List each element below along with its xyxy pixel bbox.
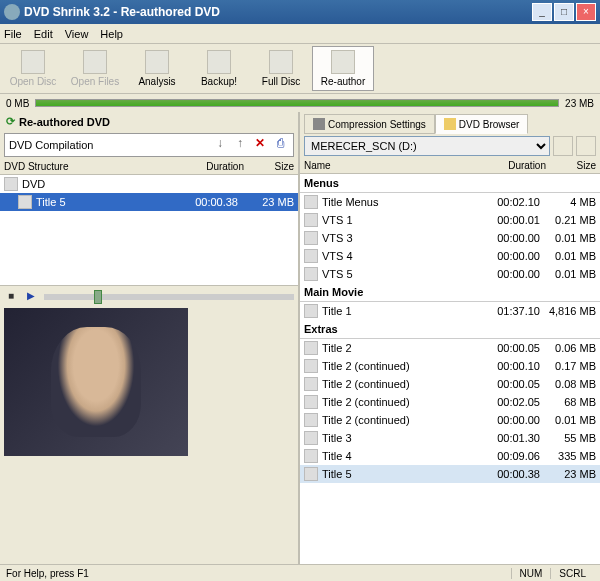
tab-dvd-browser[interactable]: DVD Browser bbox=[435, 114, 529, 134]
section-header: Main Movie bbox=[300, 283, 600, 302]
col-name[interactable]: Name bbox=[304, 160, 486, 171]
drive-bar: MERECER_SCN (D:) bbox=[304, 136, 596, 156]
disc-icon bbox=[21, 50, 45, 74]
title-icon bbox=[304, 359, 318, 373]
title-icon bbox=[18, 195, 32, 209]
gear-icon bbox=[313, 118, 325, 130]
list-item[interactable]: VTS 300:00.000.01 MB bbox=[300, 229, 600, 247]
title-icon bbox=[304, 341, 318, 355]
analysis-button[interactable]: Analysis bbox=[126, 46, 188, 91]
left-title: Re-authored DVD bbox=[19, 116, 110, 128]
files-icon bbox=[83, 50, 107, 74]
title-icon bbox=[304, 267, 318, 281]
title-icon bbox=[304, 377, 318, 391]
opendisc-button[interactable]: Open Disc bbox=[2, 46, 64, 91]
status-scrl: SCRL bbox=[550, 568, 594, 579]
title-icon bbox=[304, 395, 318, 409]
trim-button[interactable]: ⎙ bbox=[271, 136, 289, 154]
size-bar: 0 MB 23 MB bbox=[0, 94, 600, 112]
status-num: NUM bbox=[511, 568, 551, 579]
delete-button[interactable]: ✕ bbox=[251, 136, 269, 154]
title-icon bbox=[304, 413, 318, 427]
backup-button[interactable]: Backup! bbox=[188, 46, 250, 91]
backup-icon bbox=[207, 50, 231, 74]
col-size-r[interactable]: Size bbox=[546, 160, 596, 171]
preview-slider[interactable] bbox=[44, 294, 294, 300]
size-right: 23 MB bbox=[565, 98, 594, 109]
fulldisc-icon bbox=[269, 50, 293, 74]
maximize-button[interactable]: □ bbox=[554, 3, 574, 21]
minimize-button[interactable]: _ bbox=[532, 3, 552, 21]
title-icon bbox=[304, 195, 318, 209]
close-button[interactable]: × bbox=[576, 3, 596, 21]
reload-icon: ⟳ bbox=[6, 115, 15, 128]
col-duration[interactable]: Duration bbox=[184, 161, 244, 172]
view-options-button[interactable] bbox=[576, 136, 596, 156]
title-icon bbox=[304, 249, 318, 263]
tab-compression[interactable]: Compression Settings bbox=[304, 114, 435, 134]
menu-file[interactable]: File bbox=[4, 28, 22, 40]
list-item[interactable]: Title 300:01.3055 MB bbox=[300, 429, 600, 447]
list-item[interactable]: Title 500:00.3823 MB bbox=[300, 465, 600, 483]
title-icon bbox=[304, 449, 318, 463]
toolbar: Open Disc Open Files Analysis Backup! Fu… bbox=[0, 44, 600, 94]
col-size[interactable]: Size bbox=[244, 161, 294, 172]
right-tabs: Compression Settings DVD Browser bbox=[300, 112, 600, 134]
right-list: MenusTitle Menus00:02.104 MBVTS 100:00.0… bbox=[300, 174, 600, 564]
col-duration-r[interactable]: Duration bbox=[486, 160, 546, 171]
list-item[interactable]: VTS 500:00.000.01 MB bbox=[300, 265, 600, 283]
window-title: DVD Shrink 3.2 - Re-authored DVD bbox=[24, 5, 530, 19]
left-panel-header: ⟳ Re-authored DVD bbox=[0, 112, 298, 131]
menu-edit[interactable]: Edit bbox=[34, 28, 53, 40]
list-item[interactable]: Title Menus00:02.104 MB bbox=[300, 193, 600, 211]
title-icon bbox=[304, 231, 318, 245]
list-item[interactable]: VTS 100:00.010.21 MB bbox=[300, 211, 600, 229]
openfiles-button[interactable]: Open Files bbox=[64, 46, 126, 91]
stop-button[interactable]: ■ bbox=[4, 290, 18, 304]
slider-thumb[interactable] bbox=[94, 290, 102, 304]
menu-view[interactable]: View bbox=[65, 28, 89, 40]
title-icon bbox=[304, 467, 318, 481]
dvd-root-row[interactable]: DVD bbox=[0, 175, 298, 193]
folder-icon bbox=[444, 118, 456, 130]
disc-icon bbox=[4, 177, 18, 191]
title-icon bbox=[304, 304, 318, 318]
size-progress bbox=[35, 99, 559, 107]
menu-help[interactable]: Help bbox=[100, 28, 123, 40]
left-list: DVD Title 5 00:00.38 23 MB bbox=[0, 175, 298, 285]
titlebar: DVD Shrink 3.2 - Re-authored DVD _ □ × bbox=[0, 0, 600, 24]
down-button[interactable]: ↓ bbox=[211, 136, 229, 154]
play-button[interactable]: ▶ bbox=[24, 290, 38, 304]
col-structure[interactable]: DVD Structure bbox=[4, 161, 184, 172]
section-header: Menus bbox=[300, 174, 600, 193]
list-item[interactable]: VTS 400:00.000.01 MB bbox=[300, 247, 600, 265]
status-bar: For Help, press F1 NUM SCRL bbox=[0, 564, 600, 581]
list-item[interactable]: Title 200:00.050.06 MB bbox=[300, 339, 600, 357]
compilation-bar: ↓ ↑ ✕ ⎙ bbox=[4, 133, 294, 157]
app-icon bbox=[4, 4, 20, 20]
compilation-input[interactable] bbox=[9, 139, 209, 151]
list-item[interactable]: Title 2 (continued)00:02.0568 MB bbox=[300, 393, 600, 411]
preview-panel: ■ ▶ bbox=[0, 285, 298, 564]
up-button[interactable]: ↑ bbox=[231, 136, 249, 154]
section-header: Extras bbox=[300, 320, 600, 339]
reauthor-icon bbox=[331, 50, 355, 74]
status-help: For Help, press F1 bbox=[6, 568, 89, 579]
list-item[interactable]: Title 400:09.06335 MB bbox=[300, 447, 600, 465]
list-item[interactable]: Title 2 (continued)00:00.050.08 MB bbox=[300, 375, 600, 393]
list-item[interactable]: Title 101:37.104,816 MB bbox=[300, 302, 600, 320]
menubar: File Edit View Help bbox=[0, 24, 600, 44]
reauthor-button[interactable]: Re-author bbox=[312, 46, 374, 91]
preview-frame-face bbox=[51, 327, 141, 437]
title5-row[interactable]: Title 5 00:00.38 23 MB bbox=[0, 193, 298, 211]
preview-image bbox=[4, 308, 188, 456]
fulldisc-button[interactable]: Full Disc bbox=[250, 46, 312, 91]
list-item[interactable]: Title 2 (continued)00:00.000.01 MB bbox=[300, 411, 600, 429]
left-list-header: DVD Structure Duration Size bbox=[0, 159, 298, 175]
analysis-icon bbox=[145, 50, 169, 74]
list-item[interactable]: Title 2 (continued)00:00.100.17 MB bbox=[300, 357, 600, 375]
right-list-header: Name Duration Size bbox=[300, 158, 600, 174]
folder-up-button[interactable] bbox=[553, 136, 573, 156]
drive-select[interactable]: MERECER_SCN (D:) bbox=[304, 136, 550, 156]
title-icon bbox=[304, 213, 318, 227]
